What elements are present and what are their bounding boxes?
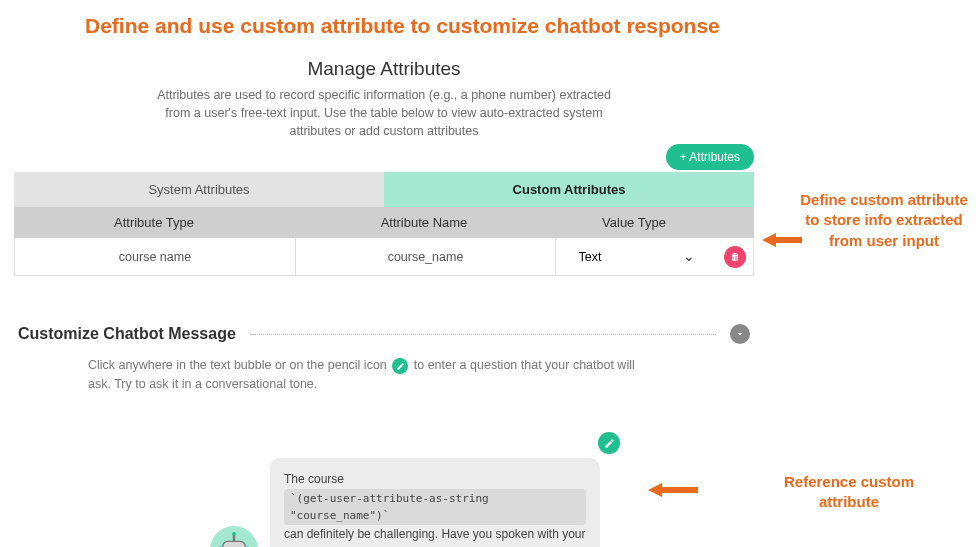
chat-message-bubble[interactable]: The course `(get-user-attribute-as-strin… (270, 458, 600, 547)
trash-icon (729, 251, 741, 263)
value-type-select[interactable]: Text (571, 250, 701, 264)
chatbot-avatar (210, 526, 258, 547)
customize-message-heading: Customize Chatbot Message (18, 325, 236, 343)
cell-attribute-name: course_name (295, 238, 555, 275)
column-header-name: Attribute Name (294, 207, 554, 238)
chevron-down-icon (735, 329, 745, 339)
annotation-reference-attribute: Reference custom attribute (759, 472, 939, 513)
cell-attribute-type: course name (15, 250, 295, 264)
desc-text-before: Click anywhere in the text bubble or on … (88, 358, 390, 372)
column-header-value: Value Type (554, 207, 714, 238)
main-column: Manage Attributes Attributes are used to… (14, 48, 754, 394)
robot-icon (214, 530, 254, 547)
svg-marker-10 (648, 483, 698, 497)
attribute-tabs: System Attributes Custom Attributes (14, 172, 754, 207)
manage-attributes-description: Attributes are used to record specific i… (144, 86, 624, 140)
svg-point-6 (232, 532, 236, 536)
bubble-text-2: can definitely be challenging. Have you … (284, 527, 586, 547)
attributes-table-header: Attribute Type Attribute Name Value Type (14, 207, 754, 238)
section-divider (250, 334, 716, 335)
edit-bubble-button[interactable] (598, 432, 620, 454)
pencil-icon (392, 358, 408, 374)
svg-marker-9 (762, 233, 802, 247)
svg-rect-5 (233, 535, 236, 541)
attribute-chip: `(get-user-attribute-as-string "course_n… (284, 489, 586, 525)
svg-rect-0 (223, 541, 246, 547)
arrow-icon (762, 230, 802, 250)
column-header-type: Attribute Type (14, 207, 294, 238)
bubble-text-1: The course (284, 472, 344, 486)
delete-attribute-button[interactable] (724, 246, 746, 268)
tab-custom-attributes[interactable]: Custom Attributes (384, 172, 754, 207)
page-title: Define and use custom attribute to custo… (0, 0, 979, 38)
collapse-section-button[interactable] (730, 324, 750, 344)
arrow-icon (648, 480, 698, 500)
pencil-icon (604, 438, 615, 449)
annotation-define-attribute: Define custom attribute to store info ex… (799, 190, 969, 251)
add-attributes-button[interactable]: + Attributes (666, 144, 754, 170)
customize-message-description: Click anywhere in the text bubble or on … (18, 344, 658, 394)
table-row: course name course_name Text (14, 238, 754, 276)
tab-system-attributes[interactable]: System Attributes (14, 172, 384, 207)
manage-attributes-heading: Manage Attributes (14, 58, 754, 80)
chat-bubble-area: The course `(get-user-attribute-as-strin… (210, 438, 630, 547)
